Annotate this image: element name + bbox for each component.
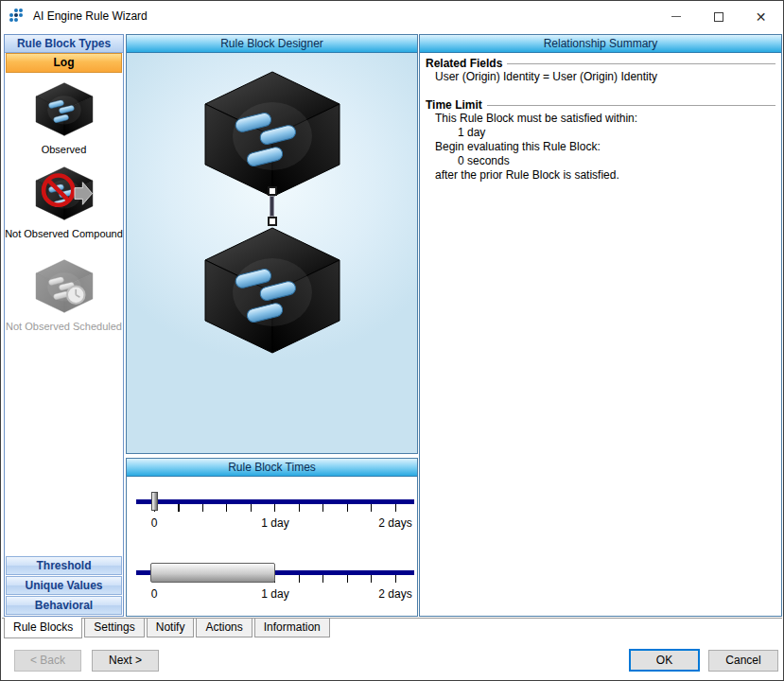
window-title: AI Engine Rule Wizard — [33, 9, 148, 23]
wizard-tab-strip: Rule Blocks Settings Notify Actions Info… — [2, 618, 782, 639]
rule-block-types-header: Rule Block Types — [5, 35, 123, 53]
axis-label-two-days: 2 days — [378, 516, 411, 530]
group-title-rule — [507, 63, 775, 65]
time-limit-line: after the prior Rule Block is satisfied. — [426, 168, 775, 183]
not-observed-scheduled-icon — [34, 258, 95, 314]
minimize-button[interactable] — [654, 2, 697, 31]
threshold-category-button[interactable]: Threshold — [6, 556, 122, 575]
time-limit-range-slider: 0 1 day 2 days — [127, 563, 417, 606]
connector-bar — [270, 196, 274, 217]
tab-rule-blocks[interactable]: Rule Blocks — [4, 618, 82, 638]
time-limit-value: 1 day — [426, 126, 775, 140]
not-observed-compound-icon — [34, 166, 95, 221]
slider-thumb[interactable] — [151, 492, 158, 511]
group-title-rule — [487, 105, 775, 107]
log-category-button[interactable]: Log — [6, 53, 122, 73]
rule-block-times-body: 0 1 day 2 days 0 1 day 2 days — [127, 477, 417, 616]
observed-cube-icon — [34, 81, 95, 137]
group-title-text: Related Fields — [426, 57, 502, 70]
logrhythm-dots-icon — [9, 8, 26, 25]
tab-actions[interactable]: Actions — [196, 619, 252, 637]
related-fields-group-title: Related Fields — [426, 57, 775, 70]
group-gap — [426, 84, 775, 97]
rule-type-label: Not Observed Scheduled — [5, 321, 123, 333]
slider-ticks — [154, 504, 397, 512]
group-title-text: Time Limit — [426, 98, 482, 112]
ai-engine-rule-wizard-window: AI Engine Rule Wizard ✕ Rule Block Types… — [0, 0, 784, 681]
window-controls: ✕ — [654, 2, 782, 31]
rule-block-times-header: Rule Block Times — [127, 459, 417, 477]
designer-canvas[interactable] — [127, 53, 417, 453]
relationship-summary-header: Relationship Summary — [420, 35, 781, 53]
cancel-button[interactable]: Cancel — [708, 650, 778, 672]
axis-label-one-day: 1 day — [261, 587, 288, 601]
time-limit-line: This Rule Block must be satisfied within… — [426, 112, 775, 126]
tab-settings[interactable]: Settings — [84, 619, 144, 637]
rule-block-cube-icon — [201, 224, 343, 357]
close-button[interactable]: ✕ — [740, 2, 782, 31]
back-button: < Back — [14, 650, 81, 672]
unique-values-category-button[interactable]: Unique Values — [6, 576, 122, 595]
next-button[interactable]: Next > — [92, 650, 159, 672]
rule-block-1[interactable] — [201, 68, 343, 204]
time-limit-line: Begin evaluating this Rule Block: — [426, 140, 775, 154]
maximize-icon — [714, 12, 723, 22]
axis-label-zero: 0 — [151, 587, 158, 601]
axis-label-zero: 0 — [151, 516, 158, 530]
rule-block-cube-icon — [201, 68, 343, 201]
rule-block-designer-header: Rule Block Designer — [127, 35, 417, 53]
tab-notify[interactable]: Notify — [147, 619, 195, 637]
tab-information[interactable]: Information — [254, 619, 330, 637]
rule-type-label: Not Observed Compound — [5, 228, 123, 240]
connector-endpoint-top — [268, 186, 277, 196]
maximize-button[interactable] — [697, 2, 740, 31]
rule-block-types-panel: Rule Block Types Log Observed Not Observ… — [4, 34, 124, 617]
rule-type-not-observed-scheduled: Not Observed Scheduled — [5, 258, 123, 333]
time-limit-range-bar[interactable] — [150, 563, 275, 583]
ok-button[interactable]: OK — [629, 649, 700, 672]
minimize-icon — [671, 16, 681, 17]
rule-block-designer-panel: Rule Block Designer — [126, 34, 418, 454]
related-fields-line: User (Origin) Identity = User (Origin) I… — [426, 70, 775, 84]
relationship-summary-body: Related Fields User (Origin) Identity = … — [420, 53, 781, 616]
rule-block-times-panel: Rule Block Times 0 1 day 2 days 0 1 day … — [126, 458, 418, 617]
rule-type-not-observed-compound[interactable]: Not Observed Compound — [5, 166, 123, 240]
time-limit-group-title: Time Limit — [426, 98, 775, 112]
time-limit-value: 0 seconds — [426, 154, 775, 168]
rule-block-connector[interactable] — [268, 186, 277, 226]
rule-type-observed[interactable]: Observed — [5, 81, 123, 156]
axis-label-two-days: 2 days — [378, 587, 411, 601]
close-icon: ✕ — [756, 10, 767, 24]
behavioral-category-button[interactable]: Behavioral — [6, 596, 122, 615]
axis-label-one-day: 1 day — [261, 516, 288, 530]
rule-type-label: Observed — [5, 144, 123, 156]
rule-block-2[interactable] — [201, 224, 343, 360]
title-bar: AI Engine Rule Wizard ✕ — [1, 1, 783, 31]
relationship-summary-panel: Relationship Summary Related Fields User… — [419, 34, 782, 617]
evaluation-delay-slider: 0 1 day 2 days — [127, 492, 417, 535]
